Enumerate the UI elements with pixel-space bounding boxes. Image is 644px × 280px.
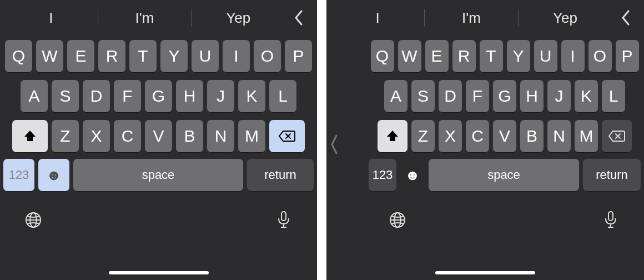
- key-e[interactable]: E: [67, 40, 94, 72]
- svg-rect-13: [608, 212, 613, 221]
- emoji-key[interactable]: ☻: [400, 159, 425, 191]
- keyboard-right-variant: I I'm Yep Q W E R T Y U I O P A S D F G: [326, 0, 644, 280]
- row-2: A S D F G H J K L: [3, 80, 314, 112]
- row-3: Z X C V B N M: [369, 120, 641, 152]
- key-n[interactable]: N: [547, 120, 571, 152]
- key-y[interactable]: Y: [507, 40, 530, 72]
- key-d[interactable]: D: [439, 80, 462, 112]
- key-z[interactable]: Z: [411, 120, 435, 152]
- key-t[interactable]: T: [129, 40, 157, 72]
- keyboard-left-variant: I I'm Yep Q W E R T Y U I O P A S D F G …: [0, 0, 317, 280]
- collapse-keyboard-icon[interactable]: [285, 10, 313, 26]
- keyboard-grid: Q W E R T Y U I O P A S D F G H J K L Z: [0, 36, 317, 191]
- key-s[interactable]: S: [52, 80, 79, 112]
- key-w[interactable]: W: [398, 40, 421, 72]
- emoji-icon: ☻: [405, 167, 420, 184]
- bottom-toolbar: [326, 199, 644, 231]
- key-t[interactable]: T: [480, 40, 503, 72]
- row-2: A S D F G H J K L: [369, 80, 641, 112]
- suggestion-bar: I I'm Yep: [0, 0, 317, 36]
- row-1: Q W E R T Y U I O P: [369, 40, 641, 72]
- key-k[interactable]: K: [238, 80, 265, 112]
- key-q[interactable]: Q: [5, 40, 32, 72]
- suggestion-bar: I I'm Yep: [326, 0, 644, 36]
- key-v[interactable]: V: [493, 120, 516, 152]
- key-b[interactable]: B: [520, 120, 544, 152]
- globe-icon[interactable]: [22, 209, 44, 231]
- key-m[interactable]: M: [575, 120, 598, 152]
- return-key[interactable]: return: [247, 159, 314, 191]
- mic-icon[interactable]: [600, 209, 622, 231]
- key-g[interactable]: G: [145, 80, 172, 112]
- mic-icon[interactable]: [273, 209, 295, 231]
- key-e[interactable]: E: [425, 40, 449, 72]
- key-k[interactable]: K: [575, 80, 598, 112]
- key-d[interactable]: D: [83, 80, 110, 112]
- key-a[interactable]: A: [384, 80, 407, 112]
- key-l[interactable]: L: [602, 80, 625, 112]
- suggestion-2[interactable]: I'm: [98, 9, 192, 27]
- key-i[interactable]: I: [561, 40, 585, 72]
- key-y[interactable]: Y: [160, 40, 188, 72]
- key-c[interactable]: C: [114, 120, 141, 152]
- key-h[interactable]: H: [520, 80, 544, 112]
- home-indicator[interactable]: [109, 271, 209, 274]
- key-f[interactable]: F: [466, 80, 489, 112]
- key-p[interactable]: P: [285, 40, 312, 72]
- svg-rect-5: [281, 212, 286, 221]
- key-q[interactable]: Q: [371, 40, 394, 72]
- key-v[interactable]: V: [145, 120, 172, 152]
- home-indicator[interactable]: [435, 271, 535, 274]
- key-p[interactable]: P: [616, 40, 639, 72]
- backspace-key[interactable]: [269, 120, 305, 152]
- shift-key[interactable]: [378, 120, 407, 152]
- key-o[interactable]: O: [588, 40, 612, 72]
- space-key[interactable]: space: [73, 159, 243, 191]
- panel-gap: [317, 0, 326, 280]
- bottom-toolbar: [0, 199, 317, 231]
- key-u[interactable]: U: [192, 40, 219, 72]
- emoji-icon: ☻: [46, 167, 61, 184]
- key-x[interactable]: X: [439, 120, 462, 152]
- row-1: Q W E R T Y U I O P: [3, 40, 314, 72]
- key-o[interactable]: O: [254, 40, 281, 72]
- key-f[interactable]: F: [114, 80, 141, 112]
- key-m[interactable]: M: [238, 120, 265, 152]
- row-3: Z X C V B N M: [3, 120, 314, 152]
- key-z[interactable]: Z: [52, 120, 79, 152]
- key-s[interactable]: S: [411, 80, 435, 112]
- return-key[interactable]: return: [583, 159, 641, 191]
- backspace-key[interactable]: [602, 120, 632, 152]
- globe-icon[interactable]: [386, 209, 409, 231]
- numbers-key[interactable]: 123: [369, 159, 396, 191]
- suggestion-1[interactable]: I: [4, 9, 98, 27]
- key-n[interactable]: N: [207, 120, 234, 152]
- suggestion-2[interactable]: I'm: [425, 9, 518, 27]
- space-key[interactable]: space: [429, 159, 579, 191]
- emoji-key[interactable]: ☻: [38, 159, 69, 191]
- numbers-key[interactable]: 123: [3, 159, 34, 191]
- shift-key[interactable]: [12, 120, 48, 152]
- key-i[interactable]: I: [223, 40, 250, 72]
- key-l[interactable]: L: [269, 80, 296, 112]
- collapse-keyboard-icon[interactable]: [612, 10, 640, 26]
- key-b[interactable]: B: [176, 120, 203, 152]
- key-w[interactable]: W: [36, 40, 63, 72]
- keyboard-grid: Q W E R T Y U I O P A S D F G H J K L Z: [326, 36, 644, 191]
- key-u[interactable]: U: [534, 40, 557, 72]
- row-4: 123 ☻ space return: [3, 159, 314, 191]
- expand-keyboard-icon[interactable]: [330, 133, 339, 160]
- key-r[interactable]: R: [452, 40, 476, 72]
- suggestion-3[interactable]: Yep: [519, 9, 612, 27]
- key-j[interactable]: J: [547, 80, 571, 112]
- key-a[interactable]: A: [21, 80, 48, 112]
- key-j[interactable]: J: [207, 80, 234, 112]
- key-c[interactable]: C: [466, 120, 489, 152]
- row-4: 123 ☻ space return: [369, 159, 641, 191]
- suggestion-1[interactable]: I: [331, 9, 424, 27]
- key-x[interactable]: X: [83, 120, 110, 152]
- suggestion-3[interactable]: Yep: [192, 9, 285, 27]
- key-r[interactable]: R: [98, 40, 125, 72]
- key-g[interactable]: G: [493, 80, 516, 112]
- key-h[interactable]: H: [176, 80, 203, 112]
